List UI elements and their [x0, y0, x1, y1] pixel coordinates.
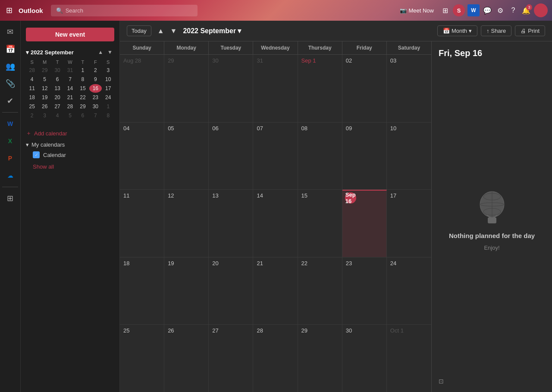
- cal-cell[interactable]: 07: [253, 122, 298, 190]
- mini-cal-day[interactable]: 31: [64, 66, 76, 75]
- cal-cell[interactable]: 24: [387, 257, 431, 325]
- mini-cal-day[interactable]: 16: [89, 84, 101, 93]
- cal-cell[interactable]: 30: [342, 325, 387, 392]
- cal-cell[interactable]: 14: [253, 190, 298, 257]
- mini-cal-day[interactable]: 27: [51, 102, 63, 111]
- nav-tasks-icon[interactable]: ✔: [3, 93, 18, 109]
- next-month-btn[interactable]: ▼: [168, 25, 180, 37]
- settings-icon[interactable]: ⚙: [495, 5, 505, 16]
- mini-cal-day[interactable]: 23: [89, 93, 101, 102]
- add-calendar-btn[interactable]: ＋ Add calendar: [26, 127, 114, 140]
- share-button[interactable]: ↑ Share: [481, 25, 511, 36]
- notification-icon[interactable]: 🔔 3: [521, 5, 531, 16]
- mini-cal-day[interactable]: 11: [26, 84, 38, 93]
- mini-cal-day[interactable]: 10: [102, 75, 114, 84]
- mini-cal-day[interactable]: 25: [26, 102, 38, 111]
- cal-cell[interactable]: 08: [298, 122, 342, 190]
- mini-cal-day[interactable]: 30: [51, 66, 63, 75]
- nav-calendar-icon[interactable]: 📅: [3, 41, 18, 57]
- mini-cal-day[interactable]: 6: [51, 75, 63, 84]
- mini-cal-day[interactable]: 28: [26, 66, 38, 75]
- feedback-icon[interactable]: 💬: [482, 5, 492, 16]
- mini-cal-day[interactable]: 7: [89, 111, 101, 120]
- expand-icon[interactable]: ⊡: [439, 378, 444, 385]
- calendar-checkbox[interactable]: ✓: [33, 151, 40, 158]
- cal-cell[interactable]: 27: [209, 325, 253, 392]
- prev-month-btn[interactable]: ▲: [155, 25, 167, 37]
- nav-paperclip-icon[interactable]: 📎: [3, 76, 18, 91]
- mini-cal-day[interactable]: 29: [77, 102, 89, 111]
- mini-cal-day[interactable]: 6: [77, 111, 89, 120]
- cal-cell[interactable]: 22: [298, 257, 342, 325]
- user-avatar[interactable]: [534, 3, 548, 17]
- mini-cal-day[interactable]: 24: [102, 93, 114, 102]
- cal-cell[interactable]: 09: [342, 122, 387, 190]
- meet-now-button[interactable]: 📷 Meet Now: [396, 6, 437, 16]
- cal-month-title[interactable]: 2022 September ▾: [183, 27, 241, 35]
- help-icon[interactable]: ?: [508, 5, 518, 16]
- cal-cell[interactable]: 03: [387, 55, 431, 122]
- cal-cell[interactable]: 31: [253, 55, 298, 122]
- mini-cal-day[interactable]: 18: [26, 93, 38, 102]
- cal-cell[interactable]: Sep 1: [298, 55, 342, 122]
- nav-onedrive-icon[interactable]: ☁: [3, 168, 18, 183]
- cal-cell[interactable]: 29: [164, 55, 209, 122]
- cal-cell[interactable]: Aug 28: [120, 55, 164, 122]
- cal-cell[interactable]: 25: [120, 325, 164, 392]
- cal-cell[interactable]: 29: [298, 325, 342, 392]
- search-input[interactable]: [66, 7, 192, 14]
- mini-cal-day[interactable]: 9: [89, 75, 101, 84]
- cal-cell[interactable]: 23: [342, 257, 387, 325]
- mini-cal-day[interactable]: 1: [77, 66, 89, 75]
- cal-cell[interactable]: 19: [164, 257, 209, 325]
- mini-cal-day[interactable]: 13: [51, 84, 63, 93]
- mini-cal-day[interactable]: 5: [38, 75, 50, 84]
- cal-cell[interactable]: 20: [209, 257, 253, 325]
- mini-cal-collapse-btn[interactable]: ▾ 2022 September: [26, 49, 74, 56]
- nav-all-apps-icon[interactable]: ⊞: [3, 191, 18, 206]
- mini-cal-day[interactable]: 5: [64, 111, 76, 120]
- mini-cal-day[interactable]: 15: [77, 84, 89, 93]
- mini-cal-day[interactable]: 17: [102, 84, 114, 93]
- mini-cal-day[interactable]: 4: [26, 75, 38, 84]
- cal-cell[interactable]: 15: [298, 190, 342, 257]
- cal-cell[interactable]: Sep 16: [342, 190, 387, 257]
- view-month-button[interactable]: 📅 Month ▾: [437, 25, 477, 36]
- mini-cal-day[interactable]: 2: [89, 66, 101, 75]
- mini-cal-day[interactable]: 3: [38, 111, 50, 120]
- new-event-button[interactable]: New event: [26, 28, 114, 41]
- nav-excel-icon[interactable]: X: [3, 133, 18, 149]
- mini-cal-prev[interactable]: ▲: [96, 48, 105, 56]
- cal-cell[interactable]: 04: [120, 122, 164, 190]
- cal-cell[interactable]: 06: [209, 122, 253, 190]
- cal-cell[interactable]: 30: [209, 55, 253, 122]
- calendar-item[interactable]: ✓ Calendar: [26, 150, 114, 160]
- search-box[interactable]: 🔍: [51, 5, 198, 16]
- nav-word-icon[interactable]: W: [3, 116, 18, 132]
- mini-cal-day[interactable]: 30: [89, 102, 101, 111]
- cal-cell[interactable]: 05: [164, 122, 209, 190]
- cal-cell[interactable]: 10: [387, 122, 431, 190]
- cal-cell[interactable]: 11: [120, 190, 164, 257]
- nav-mail-icon[interactable]: ✉: [3, 24, 18, 40]
- mini-cal-day[interactable]: 14: [64, 84, 76, 93]
- show-all-btn[interactable]: Show all: [26, 162, 114, 172]
- mini-cal-day[interactable]: 4: [51, 111, 63, 120]
- mini-cal-day[interactable]: 26: [38, 102, 50, 111]
- mini-cal-next[interactable]: ▼: [106, 48, 114, 56]
- nav-powerpoint-icon[interactable]: P: [3, 151, 18, 166]
- cal-cell[interactable]: 18: [120, 257, 164, 325]
- cal-cell[interactable]: 02: [342, 55, 387, 122]
- mini-cal-day[interactable]: 19: [38, 93, 50, 102]
- mini-cal-day[interactable]: 7: [64, 75, 76, 84]
- cal-cell[interactable]: 26: [164, 325, 209, 392]
- mini-cal-day[interactable]: 8: [102, 111, 114, 120]
- mini-cal-day[interactable]: 8: [77, 75, 89, 84]
- mini-cal-day[interactable]: 29: [38, 66, 50, 75]
- print-button[interactable]: 🖨 Print: [515, 25, 545, 36]
- mini-cal-day[interactable]: 3: [102, 66, 114, 75]
- mini-cal-day[interactable]: 20: [51, 93, 63, 102]
- cal-cell[interactable]: 13: [209, 190, 253, 257]
- nav-people-icon[interactable]: 👥: [3, 59, 18, 74]
- profile-s-icon[interactable]: S: [453, 4, 465, 16]
